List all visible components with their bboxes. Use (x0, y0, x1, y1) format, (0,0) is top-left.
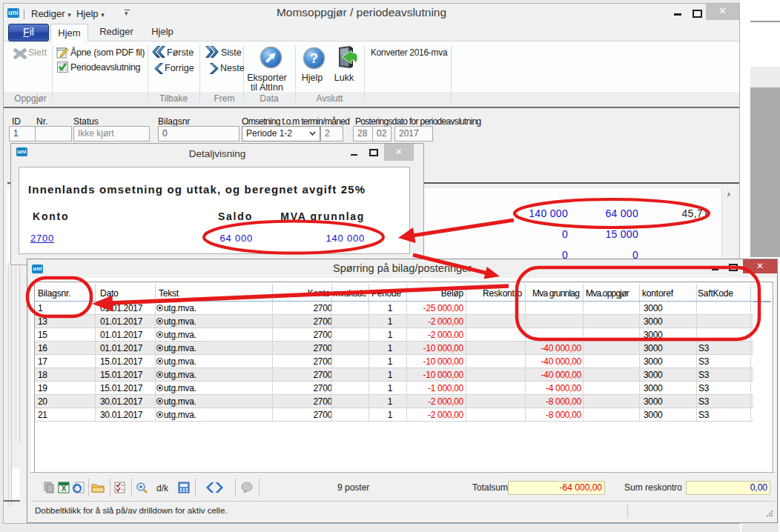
svg-text:X: X (62, 485, 67, 493)
svg-text:?: ? (310, 51, 318, 66)
